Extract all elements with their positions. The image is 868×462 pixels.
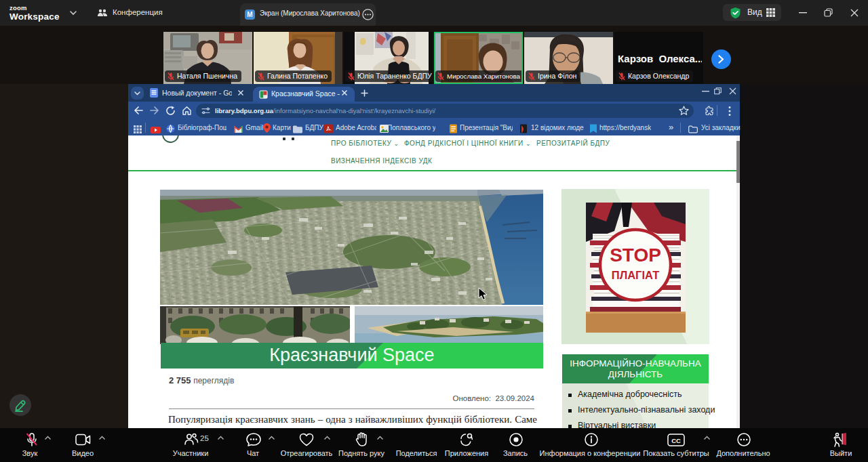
svg-text:ПЛАГІАТ: ПЛАГІАТ: [612, 269, 659, 281]
svg-text:STOP: STOP: [610, 245, 661, 266]
svg-text:CC: CC: [671, 437, 681, 444]
